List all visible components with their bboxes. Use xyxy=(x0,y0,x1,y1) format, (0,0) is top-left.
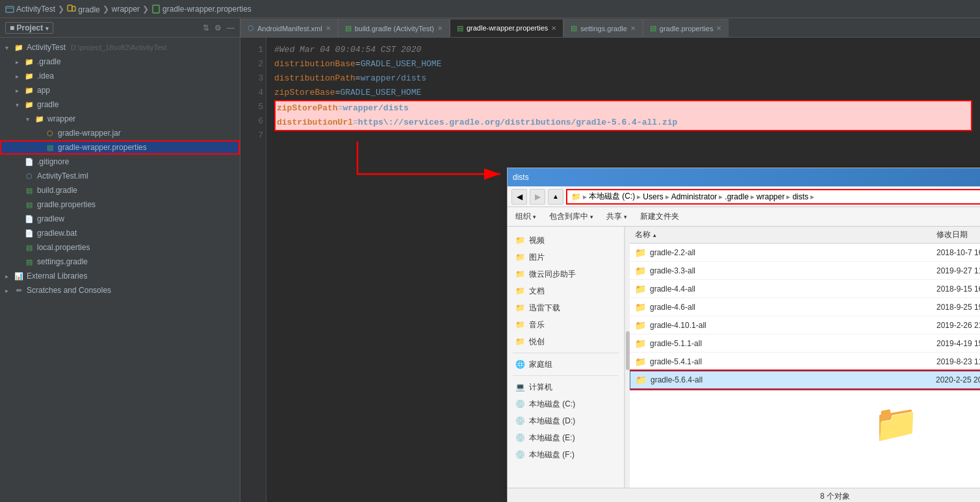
fe-file-row-gradle-3.3[interactable]: 📁gradle-3.3-all 2019-9-27 11:20 文件夹 xyxy=(630,262,980,280)
sidebar-minimize-btn[interactable]: — xyxy=(227,23,235,32)
breadcrumb-bar: ActivityTest ❯ gradle ❯ wrapper ❯ gradle… xyxy=(0,0,980,18)
fe-file-row-gradle-2.2[interactable]: 📁gradle-2.2-all 2018-10-7 16:40 文件夹 xyxy=(630,244,980,262)
fe-library-btn[interactable]: 包含到库中 ▾ xyxy=(547,210,596,223)
fe-column-header: 名称 ▴ 修改日期 类型 大小 xyxy=(630,227,980,244)
sidebar-settings-btn[interactable]: ⚙ xyxy=(214,23,222,32)
sidebar-item-wrapper[interactable]: 📁 wrapper xyxy=(0,112,240,126)
sidebar-item-gitignore[interactable]: 📄 .gitignore xyxy=(0,155,240,169)
arrow-scratches xyxy=(5,287,13,294)
gitignore-icon: 📄 xyxy=(23,157,35,166)
breadcrumb-sep-3: ❯ xyxy=(142,5,149,14)
tab-close-gradle-properties[interactable]: ✕ xyxy=(716,25,721,32)
folder-icon-5.4.1: 📁 xyxy=(635,357,646,367)
fe-organize-btn[interactable]: 组织 ▾ xyxy=(513,210,539,223)
fe-file-row-gradle-4.4[interactable]: 📁gradle-4.4-all 2018-9-15 16:11 文件夹 xyxy=(630,280,980,298)
sidebar-item-gradle-properties[interactable]: ▤ gradle.properties xyxy=(0,197,240,212)
fe-sidebar-music[interactable]: 📁 音乐 xyxy=(508,316,624,333)
fe-sidebar-videos[interactable]: 📁 视频 xyxy=(508,232,624,249)
videos-icon: 📁 xyxy=(515,236,525,245)
breadcrumb-sep-2: ❯ xyxy=(103,5,109,14)
fe-file-row-gradle-5.6.4[interactable]: 📁gradle-5.6.4-all 2020-2-25 20:01 文件夹 xyxy=(630,371,980,389)
sidebar-item-dot-gradle[interactable]: 📁 .gradle xyxy=(0,55,240,69)
tab-close-settings-gradle[interactable]: ✕ xyxy=(630,25,636,32)
sidebar-collapse-btn[interactable]: ⇅ xyxy=(203,23,209,32)
sidebar-item-app[interactable]: 📁 app xyxy=(0,83,240,97)
music-icon: 📁 xyxy=(515,320,525,329)
code-line-5: zipStorePath=wrapper/dists xyxy=(274,100,972,116)
folder-icon-3.3: 📁 xyxy=(635,266,646,276)
fe-sidebar-d-drive[interactable]: 💿 本地磁盘 (D:) xyxy=(508,412,624,429)
sidebar-item-gradle[interactable]: 📁 gradle xyxy=(0,97,240,112)
svg-rect-2 xyxy=(68,5,72,11)
tab-gradle-wrapper-props[interactable]: ▤ gradle-wrapper.properties ✕ xyxy=(450,19,563,37)
line-numbers: 1 2 3 4 5 6 7 xyxy=(240,38,266,502)
scratches-icon: ✏ xyxy=(13,286,25,295)
sidebar-item-external-libs[interactable]: 📊 External Libraries xyxy=(0,269,240,283)
fe-sidebar-thunder[interactable]: 📁 迅雷下载 xyxy=(508,299,624,316)
module-icon: 📁 xyxy=(13,43,25,52)
sidebar-item-gradlew[interactable]: 📄 gradlew xyxy=(0,212,240,226)
fe-new-folder-btn[interactable]: 新建文件夹 xyxy=(638,210,682,223)
homegroup-icon: 🌐 xyxy=(515,360,525,369)
sidebar-item-build-gradle[interactable]: ▤ build.gradle xyxy=(0,183,240,197)
fe-file-row-gradle-4.10.1[interactable]: 📁gradle-4.10.1-all 2019-2-26 21:56 文件夹 xyxy=(630,316,980,334)
sidebar-item-activitytest[interactable]: 📁 ActivityTest D:\project_18soft2\Activi… xyxy=(0,40,240,55)
fe-sidebar-yuechuang[interactable]: 📁 悦创 xyxy=(508,333,624,350)
sidebar-item-settings-gradle[interactable]: ▤ settings.gradle xyxy=(0,255,240,269)
arrow-app xyxy=(16,87,23,94)
fe-sidebar-computer[interactable]: 💻 计算机 xyxy=(508,379,624,395)
fe-col-name[interactable]: 名称 ▴ xyxy=(635,229,936,240)
tab-close-build-gradle[interactable]: ✕ xyxy=(437,25,443,32)
fe-forward-btn[interactable]: ▶ xyxy=(530,189,545,205)
tab-androidmanifest[interactable]: ⬡ AndroidManifest.xml ✕ xyxy=(240,19,338,37)
tab-gradle-properties[interactable]: ▤ gradle.properties ✕ xyxy=(643,19,729,37)
sidebar-item-scratches[interactable]: ✏ Scratches and Consoles xyxy=(0,283,240,297)
fe-back-btn[interactable]: ◀ xyxy=(511,189,527,205)
fe-sidebar-docs[interactable]: 📁 文档 xyxy=(508,282,624,299)
breadcrumb-item-gradle[interactable]: gradle xyxy=(67,3,100,14)
sidebar-item-activitytest-iml[interactable]: ⬡ ActivityTest.iml xyxy=(0,169,240,183)
fe-path-c-drive: 本地磁盘 (C:) xyxy=(589,191,635,202)
fe-sidebar-weiyun[interactable]: 📁 微云同步助手 xyxy=(508,266,624,282)
breadcrumb-item-wrapper[interactable]: wrapper xyxy=(112,5,140,14)
project-dropdown[interactable]: ■ Project ▾ xyxy=(5,22,53,34)
fe-path-box[interactable]: 📁 ▸ 本地磁盘 (C:) ▸ Users ▸ Administrator ▸ … xyxy=(566,189,980,205)
breadcrumb-item-file[interactable]: gradle-wrapper.properties xyxy=(151,5,251,14)
fe-file-row-gradle-5.1.1[interactable]: 📁gradle-5.1.1-all 2019-4-19 15:03 文件夹 xyxy=(630,334,980,353)
e-drive-icon: 💿 xyxy=(515,433,525,442)
sidebar-item-gradle-wrapper-jar[interactable]: ⬡ gradle-wrapper.jar xyxy=(0,126,240,140)
editor-area: ⬡ AndroidManifest.xml ✕ ▤ build.gradle (… xyxy=(240,18,980,502)
fe-sidebar-homegroup[interactable]: 🌐 家庭组 xyxy=(508,356,624,373)
code-line-4: zipStoreBase=GRADLE_USER_HOME xyxy=(274,86,972,100)
fe-file-row-gradle-4.6[interactable]: 📁gradle-4.6-all 2018-9-25 19:30 文件夹 xyxy=(630,298,980,316)
gradle-props-icon: ▤ xyxy=(23,200,35,209)
breadcrumb-item-activitytest[interactable]: ActivityTest xyxy=(5,5,55,14)
xml-tab-icon: ⬡ xyxy=(248,24,254,32)
fe-scroll-track[interactable] xyxy=(625,227,630,488)
sidebar-item-gradle-wrapper-properties[interactable]: ▤ gradle-wrapper.properties xyxy=(0,140,240,155)
sidebar-item-local-properties[interactable]: ▤ local.properties xyxy=(0,240,240,255)
properties-icon: ▤ xyxy=(44,143,56,152)
fe-share-btn[interactable]: 共享 ▾ xyxy=(604,210,630,223)
code-line-7 xyxy=(274,131,972,145)
folder-icon-2.2: 📁 xyxy=(635,247,646,258)
tab-close-gradle-wrapper-props[interactable]: ✕ xyxy=(551,25,556,32)
fe-sidebar-e-drive[interactable]: 💿 本地磁盘 (E:) xyxy=(508,429,624,446)
fe-sidebar-pictures[interactable]: 📁 图片 xyxy=(508,249,624,266)
tab-build-gradle[interactable]: ▤ build.gradle (ActivityTest) ✕ xyxy=(338,19,450,37)
fe-statusbar: 8 个对象 xyxy=(508,488,980,502)
tab-close-androidmanifest[interactable]: ✕ xyxy=(326,25,331,32)
fe-sidebar-c-drive[interactable]: 💿 本地磁盘 (C:) xyxy=(508,395,624,412)
fe-sidebar-sep2 xyxy=(513,375,619,376)
fe-path-users: Users xyxy=(643,192,663,201)
fe-sidebar-sep1 xyxy=(513,353,619,353)
tab-settings-gradle[interactable]: ▤ settings.gradle ✕ xyxy=(563,19,643,37)
sidebar-item-gradlew-bat[interactable]: 📄 gradlew.bat xyxy=(0,226,240,240)
fe-up-btn[interactable]: ▲ xyxy=(548,189,563,205)
fe-scroll-thumb xyxy=(626,331,630,370)
fe-sidebar-f-drive[interactable]: 💿 本地磁盘 (F:) xyxy=(508,446,624,463)
arrow-gradle xyxy=(16,101,23,108)
sidebar-item-dot-idea[interactable]: 📁 .idea xyxy=(0,69,240,83)
fe-file-row-gradle-5.4.1[interactable]: 📁gradle-5.4.1-all 2019-8-23 11:49 文件夹 xyxy=(630,353,980,371)
fe-col-date[interactable]: 修改日期 xyxy=(936,229,980,240)
